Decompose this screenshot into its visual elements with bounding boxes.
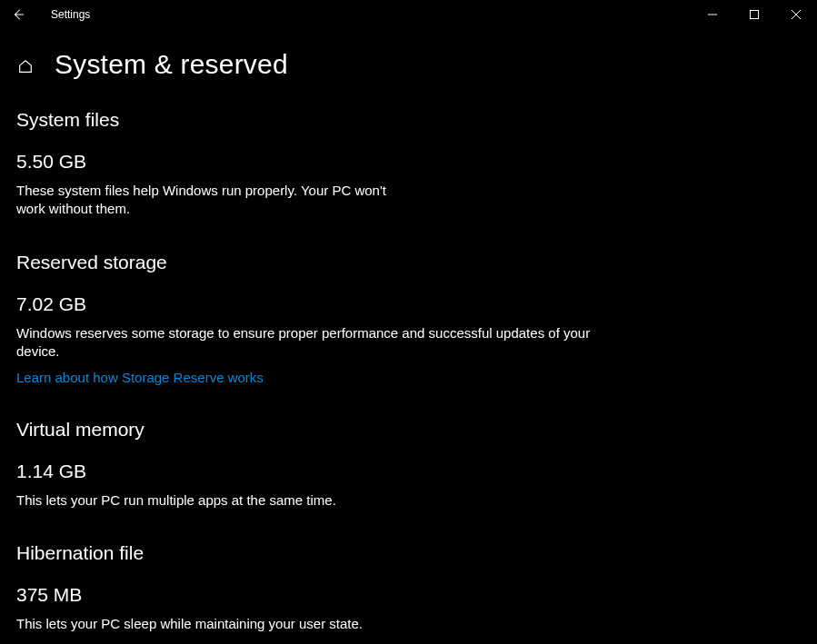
hibernation-file-heading: Hibernation file [16, 542, 801, 564]
virtual-memory-size: 1.14 GB [16, 461, 801, 482]
virtual-memory-heading: Virtual memory [16, 419, 801, 441]
storage-reserve-link[interactable]: Learn about how Storage Reserve works [16, 370, 264, 385]
page-title: System & reserved [55, 49, 288, 80]
home-button[interactable] [16, 57, 35, 75]
page-header: System & reserved [0, 29, 817, 80]
reserved-storage-section: Reserved storage 7.02 GB Windows reserve… [16, 252, 801, 387]
maximize-button[interactable] [733, 0, 775, 29]
close-button[interactable] [775, 0, 817, 29]
hibernation-file-size: 375 MB [16, 584, 801, 606]
hibernation-file-section: Hibernation file 375 MB This lets your P… [16, 542, 801, 633]
maximize-icon [750, 10, 759, 19]
app-title: Settings [51, 8, 90, 21]
minimize-icon [708, 10, 717, 19]
close-icon [792, 10, 801, 19]
system-files-section: System files 5.50 GB These system files … [16, 109, 801, 219]
back-button[interactable] [0, 0, 36, 29]
system-files-size: 5.50 GB [16, 151, 801, 173]
reserved-storage-heading: Reserved storage [16, 252, 801, 273]
minimize-button[interactable] [692, 0, 733, 29]
svg-rect-0 [751, 11, 759, 19]
system-files-heading: System files [16, 109, 801, 131]
virtual-memory-description: This lets your PC run multiple apps at t… [16, 491, 616, 510]
reserved-storage-size: 7.02 GB [16, 293, 801, 315]
content-area: System files 5.50 GB These system files … [0, 80, 817, 634]
titlebar: Settings [0, 0, 817, 29]
window-controls [692, 0, 817, 29]
home-icon [17, 58, 34, 74]
system-files-description: These system files help Windows run prop… [16, 182, 398, 219]
arrow-left-icon [12, 8, 25, 21]
hibernation-file-description: This lets your PC sleep while maintainin… [16, 615, 616, 633]
reserved-storage-description: Windows reserves some storage to ensure … [16, 324, 616, 362]
virtual-memory-section: Virtual memory 1.14 GB This lets your PC… [16, 419, 801, 510]
